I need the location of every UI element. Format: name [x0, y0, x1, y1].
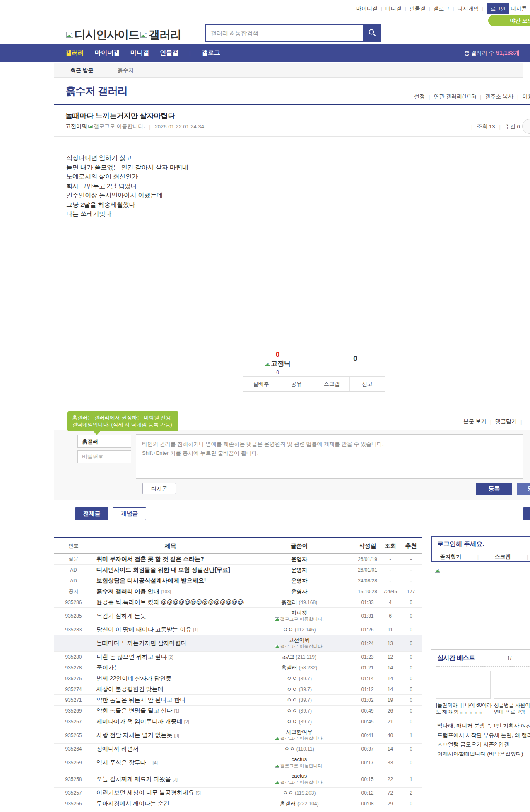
post-row-title[interactable]: 놀때마다 느끼는거지만 살자마렵다	[93, 640, 244, 647]
post-author-gallog-link[interactable]: 갤로그로 이동합니다.	[94, 123, 145, 130]
post-row-writer[interactable]: cactus갤로그로 이동합니다.	[244, 756, 354, 769]
nav-item-3[interactable]: 인물갤	[160, 49, 178, 57]
post-row-title[interactable]: 약한 놈들은 뭐든지 안 된다고 한다	[93, 696, 244, 704]
sidebar-ad-box[interactable]	[431, 565, 530, 646]
post-row-writer[interactable]: ㅇㅇ (39.7)	[244, 697, 354, 703]
nav-item-2[interactable]: 미니갤	[130, 49, 149, 57]
post-row-title[interactable]: 사랑 전달 자체는 별거 없는듯[8]	[93, 732, 244, 739]
gallery-title[interactable]: 흙수저 갤러리	[65, 84, 128, 98]
recent-visit-gallery-link[interactable]: 흙수저	[118, 67, 134, 74]
best-thumbnail-1[interactable]	[436, 671, 491, 699]
post-row-writer[interactable]: cactus갤로그로 이동합니다.	[244, 773, 354, 785]
nav-item-1[interactable]: 마이너갤	[95, 49, 120, 57]
tab-all-posts[interactable]: 전체글	[75, 508, 108, 520]
post-row-writer[interactable]: ㅇㅇ (39.7)	[244, 708, 354, 714]
post-row-writer[interactable]: 치피캣갤로그로 이동합니다.	[244, 609, 354, 622]
downvote-count[interactable]: 0	[339, 355, 372, 363]
post-row-title[interactable]: 죽어가는	[93, 664, 244, 672]
post-row-writer[interactable]: ㅇㅇ (119.203)	[244, 790, 354, 796]
search-button[interactable]	[363, 24, 381, 42]
post-row-title[interactable]: 흙수저 갤러리 이용 안내[108]	[93, 588, 244, 595]
post-row-writer[interactable]: 흙갤러 (222.104)	[244, 800, 354, 807]
vote-button-신고[interactable]: 신고	[349, 377, 385, 391]
best-list-item[interactable]: 트럼프에서 시작된 부유세 논란, 왜 캘리포니	[437, 731, 530, 740]
post-row-title[interactable]: 역시 주식은 장투다...[4]	[93, 759, 244, 766]
post-row-writer[interactable]: 운영자	[244, 578, 354, 584]
post-row-title[interactable]: 목감기 심하게 든듯	[93, 612, 244, 620]
post-row-writer[interactable]: ㅇㅇ (39.7)	[244, 686, 354, 693]
post-row-title[interactable]: 약한 놈들은 변명을 달고 산다[1]	[93, 707, 244, 715]
search-input[interactable]	[205, 24, 363, 42]
post-row-title[interactable]: 세상이 불공평한건 맞는데	[93, 686, 244, 693]
post-row-writer[interactable]: 운영자	[244, 556, 354, 562]
post-row-title[interactable]: 벌써 22일이네 살자가 답인듯	[93, 675, 244, 682]
top-menu-item[interactable]: 미니갤	[385, 5, 402, 12]
best-list-item[interactable]: 박나래, 매니저 분쟁 속 1인 기획사 여전히 미	[437, 721, 530, 731]
top-menu-item[interactable]: 디시게임	[457, 5, 479, 12]
post-row-title[interactable]: 너흰 돈 많으면 뭐하고 싶냐[2]	[93, 653, 244, 661]
best-caption-1[interactable]: [놀면뭐하니] 나이 60이라도 해야 함ㅠㅠㅠㅠㅠ	[436, 702, 492, 715]
post-row-title[interactable]: 무아지경에서 깨어나는 순간	[93, 800, 244, 807]
best-thumbnail-2[interactable]	[494, 671, 530, 699]
post-row-writer[interactable]: 시크한여우갤로그로 이동합니다.	[244, 729, 354, 742]
post-row-writer[interactable]: ㅇㅇ (39.7)	[244, 718, 354, 725]
post-row-writer[interactable]: 운영자	[244, 588, 354, 594]
post-row-writer[interactable]: ㅇㅇ (110.11)	[244, 746, 354, 752]
comment-header-link[interactable]: 댓글닫기	[495, 418, 517, 425]
writer-gallog-text: 갤로그로 이동합니다.	[280, 779, 323, 785]
post-row-title[interactable]: 보험상담은 디시공식설계사에게 받으세요!	[93, 577, 244, 585]
comment-header-link[interactable]: 본문 보기	[463, 418, 487, 425]
nav-item-4[interactable]: 갤로그	[202, 49, 220, 57]
post-row-writer[interactable]: 흙갤러 (49.168)	[244, 599, 354, 606]
vote-button-실베추[interactable]: 실베추	[243, 377, 279, 391]
post-row-writer[interactable]: 운영자	[244, 567, 354, 573]
login-tab-0[interactable]: 즐겨찾기	[440, 553, 461, 561]
comment-submit-button[interactable]: 등록	[476, 483, 512, 495]
post-row-writer[interactable]: 초/크 (211.119)	[244, 654, 354, 660]
comment-submit-button-2[interactable]: 등록	[517, 483, 530, 495]
comment-password-input[interactable]	[77, 450, 131, 463]
post-row-title[interactable]: 장애니까 라면서	[93, 745, 244, 753]
post-row-writer[interactable]: 흙갤러 (58.232)	[244, 665, 354, 671]
post-row-title[interactable]: 오늘 김치찌개 재료가 다왔음[3]	[93, 776, 244, 783]
best-list-item[interactable]: 이제사야할때입니다 (바닥은잡혔다)	[437, 749, 530, 759]
comment-textarea[interactable]: 타인의 권리를 침해하거나 명예를 훼손하는 댓글은 운영원칙 및 관련 법률에…	[136, 434, 523, 479]
post-row: 935280너흰 돈 많으면 뭐하고 싶냐[2]초/크 (211.119)01:…	[54, 652, 422, 662]
post-row-writer[interactable]: ㅇㅇ (39.7)	[244, 675, 354, 682]
post-row-title[interactable]: 제미나이가 책 읽어주니까 개좋네[2]	[93, 718, 244, 725]
post-row-title[interactable]: 이런거보면 세상이 너무 불공평하네요[5]	[93, 789, 244, 797]
comment-count-button[interactable]	[522, 119, 530, 134]
nav-item-0[interactable]: 갤러리	[65, 49, 84, 57]
vote-button-스크랩[interactable]: 스크랩	[314, 377, 349, 391]
tab-concept-posts[interactable]: 개념글	[113, 508, 146, 520]
best-caption-2[interactable]: 싱글벙글 차원이 다른 날 연애 프로그램	[494, 702, 530, 715]
gallery-header-link[interactable]: 연관 갤러리(1/15)	[434, 93, 476, 100]
post-row-title[interactable]: 당신이 이 땅에 태어나 고통받는 이유[1]	[93, 626, 244, 633]
page: 마이너갤|미니갤|인물갤|갤로그|디시게임|이벤트|디시콘 로그인 야간 모드 …	[0, 0, 530, 812]
site-logo[interactable]: 디시인사이드 갤러리	[66, 27, 181, 42]
top-menu-item[interactable]: 마이너갤	[356, 5, 378, 12]
gallery-header-link[interactable]: 이용	[522, 93, 530, 100]
upvote-count[interactable]: 0	[243, 350, 312, 359]
gallery-header-link[interactable]: 설정	[414, 93, 425, 100]
post-row-title[interactable]: 디시인사이드 회원들을 위한 내 보험 정밀진단[무료]	[93, 566, 244, 574]
post-row-writer[interactable]: 고전이뭐갤로그로 이동합니다.	[244, 637, 354, 650]
login-button[interactable]: 로그인	[487, 3, 509, 15]
post-row: AD보험상담은 디시공식설계사에게 받으세요!운영자24/08/28--	[54, 575, 422, 586]
top-menu-item[interactable]: 디시콘	[511, 5, 527, 12]
comment-nickname-input[interactable]	[77, 435, 131, 448]
login-tab-1[interactable]: 스크랩	[494, 553, 511, 561]
post-row-title[interactable]: 윤공쥬 틱.톡라이브 켰따 @@@@@@@@@@@@@@@@...	[93, 599, 244, 606]
vote-button-공유[interactable]: 공유	[279, 377, 314, 391]
night-mode-button[interactable]: 야간 모드	[488, 15, 530, 26]
dccon-button[interactable]: 디시콘	[142, 483, 176, 494]
gallery-header-link[interactable]: 갤주소 복사	[485, 93, 513, 100]
post-title-text: 보험상담은 디시공식설계사에게 받으세요!	[96, 577, 206, 584]
write-button-clipped[interactable]	[523, 508, 530, 520]
post-row-title[interactable]: 취미 부자여서 결혼 못 할 것 같은 스타는?	[93, 556, 244, 563]
post-row-writer[interactable]: ㅇㅇ (112.146)	[244, 626, 354, 633]
top-menu-item[interactable]: 갤로그	[434, 5, 450, 12]
best-list-item[interactable]: ㅅㅂ얼탱 금모으기 시즌2 입갤	[437, 740, 530, 749]
post-author[interactable]: 고전이뭐	[65, 123, 87, 130]
top-menu-item[interactable]: 인물갤	[410, 5, 426, 12]
